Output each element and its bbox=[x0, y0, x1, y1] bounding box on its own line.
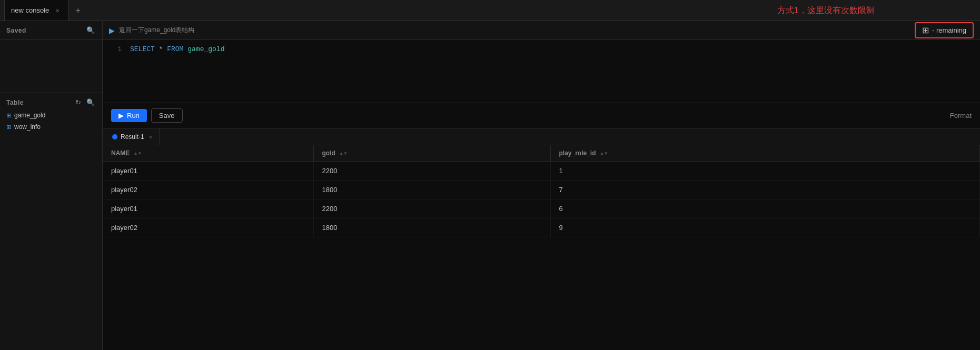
tab-label: new console bbox=[11, 6, 49, 14]
table-name-game-gold: game_gold bbox=[14, 112, 45, 119]
cell-2-0: player01 bbox=[103, 199, 313, 218]
results-tab-bar: Result-1 × bbox=[103, 128, 980, 145]
table-row: player0122006 bbox=[103, 199, 980, 218]
tab-close-icon[interactable]: × bbox=[53, 6, 62, 15]
line-number-1: 1 bbox=[111, 45, 122, 53]
sort-arrows-gold: ▲▼ bbox=[339, 152, 348, 156]
saved-search-icon[interactable]: 🔍 bbox=[85, 25, 96, 35]
results-table-wrapper[interactable]: NAME ▲▼ gold ▲▼ play_role_id ▲▼ player01… bbox=[103, 145, 980, 350]
table-name-wow-info: wow_info bbox=[14, 123, 41, 131]
kw-select: SELECT bbox=[130, 45, 155, 53]
cell-1-1: 1800 bbox=[313, 181, 550, 199]
run-button[interactable]: ▶ Run bbox=[111, 109, 147, 122]
results-tbody: player0122001player0218007player0122006p… bbox=[103, 162, 980, 237]
saved-label: Saved bbox=[6, 27, 26, 34]
table-item-game-gold[interactable]: ⊞ game_gold bbox=[0, 109, 102, 121]
table-grid-icon-2: ⊞ bbox=[6, 124, 11, 131]
table-label: Table bbox=[6, 99, 24, 106]
sidebar: Saved 🔍 Table ↻ 🔍 ⊞ game_gold ⊞ wow_info bbox=[0, 21, 103, 350]
table-row: player0122001 bbox=[103, 162, 980, 181]
ai-icon: ▶ bbox=[109, 26, 115, 35]
cell-0-2: 1 bbox=[550, 162, 980, 181]
run-play-icon: ▶ bbox=[118, 112, 124, 119]
table-header-row: NAME ▲▼ gold ▲▼ play_role_id ▲▼ bbox=[103, 145, 980, 162]
kw-table: game_gold bbox=[183, 45, 224, 53]
code-editor[interactable]: 1 SELECT * FROM game_gold bbox=[103, 40, 980, 103]
sidebar-saved-section: Saved 🔍 bbox=[0, 21, 102, 39]
cell-1-2: 7 bbox=[550, 181, 980, 199]
results-table: NAME ▲▼ gold ▲▼ play_role_id ▲▼ player01… bbox=[103, 145, 980, 237]
cell-2-2: 6 bbox=[550, 199, 980, 218]
tab-bar: new console × + bbox=[0, 0, 980, 21]
grid-icon: ⊞ bbox=[922, 25, 929, 35]
table-row: player0218009 bbox=[103, 218, 980, 237]
remaining-label: - remaining bbox=[932, 26, 966, 34]
cell-0-0: player01 bbox=[103, 162, 313, 181]
table-search-icon[interactable]: 🔍 bbox=[85, 97, 96, 107]
result-tab-indicator bbox=[112, 134, 117, 139]
cell-2-1: 2200 bbox=[313, 199, 550, 218]
code-line-1: 1 SELECT * FROM game_gold bbox=[103, 44, 980, 54]
result-tab-close[interactable]: × bbox=[147, 133, 154, 141]
sidebar-saved-icons: 🔍 bbox=[85, 25, 96, 35]
save-button[interactable]: Save bbox=[151, 108, 183, 123]
remaining-box: ⊞ - remaining bbox=[915, 22, 974, 38]
table-refresh-icon[interactable]: ↻ bbox=[74, 97, 82, 107]
cell-3-0: player02 bbox=[103, 218, 313, 237]
format-label: Format bbox=[950, 112, 972, 119]
query-toolbar: ▶ 返回一下game_gold表结构 ⊞ - remaining bbox=[103, 21, 980, 40]
cell-0-1: 2200 bbox=[313, 162, 550, 181]
query-hint-text: 返回一下game_gold表结构 bbox=[119, 26, 194, 35]
sort-arrows-name: ▲▼ bbox=[134, 152, 142, 156]
result-tab-1[interactable]: Result-1 × bbox=[107, 128, 160, 145]
table-section-header: Table ↻ 🔍 bbox=[0, 93, 102, 109]
content-area: ▶ 返回一下game_gold表结构 ⊞ - remaining 1 SELEC… bbox=[103, 21, 980, 350]
column-header-play-role-id[interactable]: play_role_id ▲▼ bbox=[550, 145, 980, 162]
column-header-gold[interactable]: gold ▲▼ bbox=[313, 145, 550, 162]
table-item-wow-info[interactable]: ⊞ wow_info bbox=[0, 121, 102, 133]
new-tab-button[interactable]: + bbox=[71, 3, 85, 18]
run-label: Run bbox=[127, 112, 140, 119]
kw-star: * bbox=[155, 45, 167, 53]
cell-3-1: 1800 bbox=[313, 218, 550, 237]
cell-1-0: player02 bbox=[103, 181, 313, 199]
result-tab-label: Result-1 bbox=[121, 133, 144, 141]
format-button[interactable]: Format bbox=[950, 112, 972, 119]
table-row: player0218007 bbox=[103, 181, 980, 199]
action-bar: ▶ Run Save Format bbox=[103, 103, 980, 128]
save-label: Save bbox=[159, 112, 175, 119]
cell-3-2: 9 bbox=[550, 218, 980, 237]
kw-from: FROM bbox=[167, 45, 183, 53]
main-layout: Saved 🔍 Table ↻ 🔍 ⊞ game_gold ⊞ wow_info bbox=[0, 21, 980, 350]
column-header-name[interactable]: NAME ▲▼ bbox=[103, 145, 313, 162]
table-grid-icon-1: ⊞ bbox=[6, 112, 11, 119]
table-section-icons: ↻ 🔍 bbox=[74, 97, 96, 107]
sort-arrows-play-role: ▲▼ bbox=[600, 152, 608, 156]
active-tab[interactable]: new console × bbox=[4, 0, 68, 21]
